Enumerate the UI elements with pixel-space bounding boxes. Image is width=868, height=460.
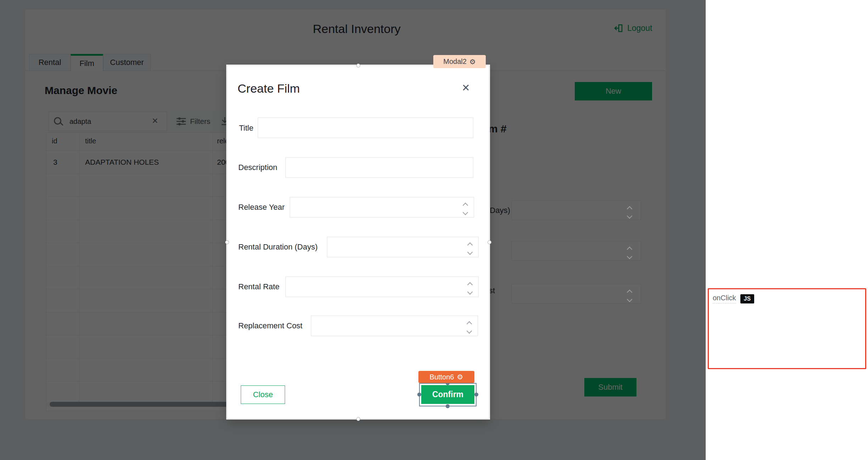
app-builder-screen: Rental Inventory Logout Rental Film Cust…: [0, 0, 868, 460]
modal-close-icon[interactable]: ✕: [462, 82, 470, 94]
number-stepper[interactable]: [468, 283, 472, 294]
replacement-cost-input[interactable]: [311, 316, 478, 336]
release-year-input[interactable]: [290, 197, 474, 218]
number-stepper[interactable]: [467, 322, 471, 333]
title-input[interactable]: [258, 117, 473, 138]
close-button[interactable]: Close: [241, 385, 285, 404]
field-label-rental-duration: Rental Duration (Days): [238, 242, 318, 252]
modal-resize-handle-top[interactable]: [356, 64, 360, 67]
field-label-release-year: Release Year: [238, 203, 285, 212]
widget-tag-label: Modal2: [443, 58, 467, 66]
number-stepper[interactable]: [628, 207, 631, 218]
number-stepper[interactable]: [628, 290, 631, 301]
field-label-rental-rate: Rental Rate: [238, 282, 279, 291]
rental-duration-input[interactable]: [327, 237, 479, 257]
onclick-event-label: onClick JS: [713, 294, 754, 303]
gear-icon[interactable]: ⚙: [469, 58, 476, 66]
property-pane: [706, 0, 868, 460]
number-stepper[interactable]: [463, 203, 467, 214]
modal-title: Create Film: [238, 82, 300, 95]
widget-resize-handle-bottom[interactable]: [446, 404, 450, 408]
modal-resize-handle-right[interactable]: [488, 240, 491, 244]
number-stepper[interactable]: [628, 247, 631, 258]
widget-resize-handle-right[interactable]: [474, 393, 478, 396]
modal-resize-handle-left[interactable]: [225, 240, 229, 244]
rental-rate-input[interactable]: [285, 276, 479, 297]
gear-icon[interactable]: ⚙: [457, 373, 463, 381]
widget-tag-label: Button6: [430, 373, 454, 381]
number-stepper[interactable]: [468, 243, 472, 254]
field-label-description: Description: [238, 163, 277, 172]
modal-widget-name-tag[interactable]: Modal2 ⚙: [433, 55, 486, 68]
description-input[interactable]: [285, 157, 473, 178]
field-label-replacement-cost: Replacement Cost: [238, 321, 302, 330]
confirm-button[interactable]: Confirm: [421, 385, 474, 404]
button-widget-name-tag[interactable]: Button6 ⚙: [418, 371, 474, 383]
field-label-title: Title: [239, 124, 254, 133]
onclick-js-toggle[interactable]: JS: [740, 294, 755, 303]
widget-resize-handle-left[interactable]: [417, 393, 421, 396]
modal-resize-handle-bottom[interactable]: [356, 417, 360, 421]
